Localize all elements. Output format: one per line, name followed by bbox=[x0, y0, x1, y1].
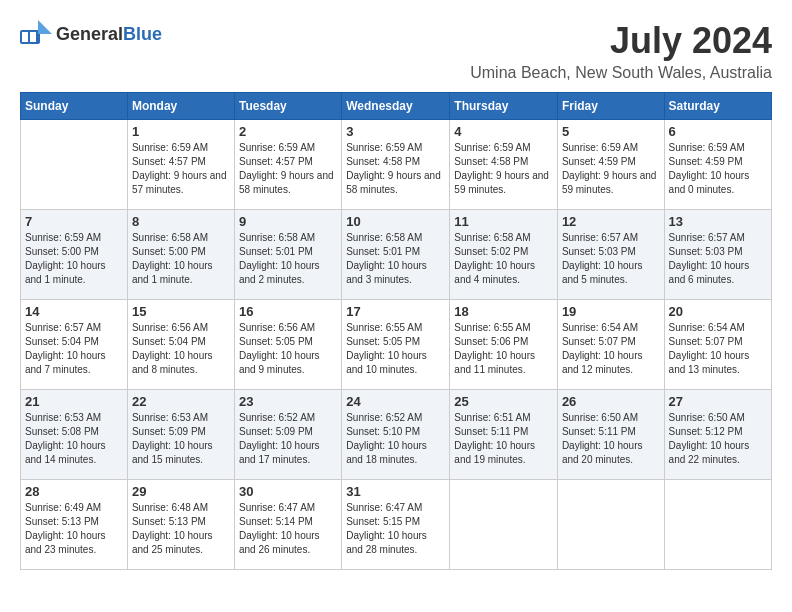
header-day-monday: Monday bbox=[127, 93, 234, 120]
day-number: 29 bbox=[132, 484, 230, 499]
logo-icon bbox=[20, 20, 52, 48]
calendar-cell: 31Sunrise: 6:47 AMSunset: 5:15 PMDayligh… bbox=[342, 480, 450, 570]
calendar-cell: 19Sunrise: 6:54 AMSunset: 5:07 PMDayligh… bbox=[557, 300, 664, 390]
calendar-cell: 26Sunrise: 6:50 AMSunset: 5:11 PMDayligh… bbox=[557, 390, 664, 480]
calendar-week-row: 28Sunrise: 6:49 AMSunset: 5:13 PMDayligh… bbox=[21, 480, 772, 570]
day-number: 11 bbox=[454, 214, 553, 229]
calendar-cell: 21Sunrise: 6:53 AMSunset: 5:08 PMDayligh… bbox=[21, 390, 128, 480]
calendar-cell bbox=[450, 480, 558, 570]
day-info: Sunrise: 6:52 AMSunset: 5:10 PMDaylight:… bbox=[346, 411, 445, 467]
day-info: Sunrise: 6:59 AMSunset: 4:57 PMDaylight:… bbox=[132, 141, 230, 197]
calendar-cell: 29Sunrise: 6:48 AMSunset: 5:13 PMDayligh… bbox=[127, 480, 234, 570]
month-year-title: July 2024 bbox=[470, 20, 772, 62]
day-info: Sunrise: 6:51 AMSunset: 5:11 PMDaylight:… bbox=[454, 411, 553, 467]
calendar-cell: 27Sunrise: 6:50 AMSunset: 5:12 PMDayligh… bbox=[664, 390, 771, 480]
day-number: 15 bbox=[132, 304, 230, 319]
day-number: 6 bbox=[669, 124, 767, 139]
calendar-cell: 20Sunrise: 6:54 AMSunset: 5:07 PMDayligh… bbox=[664, 300, 771, 390]
day-info: Sunrise: 6:58 AMSunset: 5:01 PMDaylight:… bbox=[346, 231, 445, 287]
day-number: 18 bbox=[454, 304, 553, 319]
day-number: 26 bbox=[562, 394, 660, 409]
day-number: 23 bbox=[239, 394, 337, 409]
day-info: Sunrise: 6:58 AMSunset: 5:02 PMDaylight:… bbox=[454, 231, 553, 287]
day-number: 13 bbox=[669, 214, 767, 229]
calendar-table: SundayMondayTuesdayWednesdayThursdayFrid… bbox=[20, 92, 772, 570]
calendar-cell: 10Sunrise: 6:58 AMSunset: 5:01 PMDayligh… bbox=[342, 210, 450, 300]
calendar-cell: 15Sunrise: 6:56 AMSunset: 5:04 PMDayligh… bbox=[127, 300, 234, 390]
day-number: 12 bbox=[562, 214, 660, 229]
day-info: Sunrise: 6:56 AMSunset: 5:04 PMDaylight:… bbox=[132, 321, 230, 377]
day-info: Sunrise: 6:57 AMSunset: 5:04 PMDaylight:… bbox=[25, 321, 123, 377]
header: General Blue July 2024 Umina Beach, New … bbox=[20, 20, 772, 82]
day-number: 28 bbox=[25, 484, 123, 499]
day-info: Sunrise: 6:59 AMSunset: 5:00 PMDaylight:… bbox=[25, 231, 123, 287]
day-number: 10 bbox=[346, 214, 445, 229]
day-info: Sunrise: 6:58 AMSunset: 5:01 PMDaylight:… bbox=[239, 231, 337, 287]
calendar-cell: 13Sunrise: 6:57 AMSunset: 5:03 PMDayligh… bbox=[664, 210, 771, 300]
calendar-cell: 7Sunrise: 6:59 AMSunset: 5:00 PMDaylight… bbox=[21, 210, 128, 300]
calendar-cell: 24Sunrise: 6:52 AMSunset: 5:10 PMDayligh… bbox=[342, 390, 450, 480]
day-info: Sunrise: 6:55 AMSunset: 5:05 PMDaylight:… bbox=[346, 321, 445, 377]
day-number: 3 bbox=[346, 124, 445, 139]
calendar-cell: 22Sunrise: 6:53 AMSunset: 5:09 PMDayligh… bbox=[127, 390, 234, 480]
day-number: 27 bbox=[669, 394, 767, 409]
svg-rect-3 bbox=[30, 32, 36, 42]
calendar-cell: 1Sunrise: 6:59 AMSunset: 4:57 PMDaylight… bbox=[127, 120, 234, 210]
calendar-cell: 28Sunrise: 6:49 AMSunset: 5:13 PMDayligh… bbox=[21, 480, 128, 570]
header-day-tuesday: Tuesday bbox=[235, 93, 342, 120]
day-info: Sunrise: 6:56 AMSunset: 5:05 PMDaylight:… bbox=[239, 321, 337, 377]
day-info: Sunrise: 6:49 AMSunset: 5:13 PMDaylight:… bbox=[25, 501, 123, 557]
calendar-cell: 14Sunrise: 6:57 AMSunset: 5:04 PMDayligh… bbox=[21, 300, 128, 390]
calendar-cell: 3Sunrise: 6:59 AMSunset: 4:58 PMDaylight… bbox=[342, 120, 450, 210]
calendar-cell bbox=[557, 480, 664, 570]
calendar-week-row: 7Sunrise: 6:59 AMSunset: 5:00 PMDaylight… bbox=[21, 210, 772, 300]
calendar-cell: 30Sunrise: 6:47 AMSunset: 5:14 PMDayligh… bbox=[235, 480, 342, 570]
day-info: Sunrise: 6:59 AMSunset: 4:59 PMDaylight:… bbox=[669, 141, 767, 197]
calendar-week-row: 14Sunrise: 6:57 AMSunset: 5:04 PMDayligh… bbox=[21, 300, 772, 390]
calendar-cell: 18Sunrise: 6:55 AMSunset: 5:06 PMDayligh… bbox=[450, 300, 558, 390]
calendar-cell: 5Sunrise: 6:59 AMSunset: 4:59 PMDaylight… bbox=[557, 120, 664, 210]
day-number: 30 bbox=[239, 484, 337, 499]
day-info: Sunrise: 6:59 AMSunset: 4:59 PMDaylight:… bbox=[562, 141, 660, 197]
calendar-week-row: 1Sunrise: 6:59 AMSunset: 4:57 PMDaylight… bbox=[21, 120, 772, 210]
header-day-sunday: Sunday bbox=[21, 93, 128, 120]
day-info: Sunrise: 6:53 AMSunset: 5:09 PMDaylight:… bbox=[132, 411, 230, 467]
day-info: Sunrise: 6:57 AMSunset: 5:03 PMDaylight:… bbox=[669, 231, 767, 287]
calendar-cell bbox=[664, 480, 771, 570]
day-number: 25 bbox=[454, 394, 553, 409]
day-info: Sunrise: 6:47 AMSunset: 5:15 PMDaylight:… bbox=[346, 501, 445, 557]
day-number: 21 bbox=[25, 394, 123, 409]
day-info: Sunrise: 6:58 AMSunset: 5:00 PMDaylight:… bbox=[132, 231, 230, 287]
day-number: 7 bbox=[25, 214, 123, 229]
header-day-saturday: Saturday bbox=[664, 93, 771, 120]
day-info: Sunrise: 6:54 AMSunset: 5:07 PMDaylight:… bbox=[669, 321, 767, 377]
day-number: 9 bbox=[239, 214, 337, 229]
header-day-friday: Friday bbox=[557, 93, 664, 120]
calendar-cell: 4Sunrise: 6:59 AMSunset: 4:58 PMDaylight… bbox=[450, 120, 558, 210]
svg-rect-2 bbox=[22, 32, 28, 42]
day-number: 16 bbox=[239, 304, 337, 319]
day-number: 5 bbox=[562, 124, 660, 139]
day-info: Sunrise: 6:53 AMSunset: 5:08 PMDaylight:… bbox=[25, 411, 123, 467]
calendar-cell: 8Sunrise: 6:58 AMSunset: 5:00 PMDaylight… bbox=[127, 210, 234, 300]
header-day-thursday: Thursday bbox=[450, 93, 558, 120]
day-info: Sunrise: 6:48 AMSunset: 5:13 PMDaylight:… bbox=[132, 501, 230, 557]
day-info: Sunrise: 6:57 AMSunset: 5:03 PMDaylight:… bbox=[562, 231, 660, 287]
day-number: 20 bbox=[669, 304, 767, 319]
day-number: 14 bbox=[25, 304, 123, 319]
day-info: Sunrise: 6:52 AMSunset: 5:09 PMDaylight:… bbox=[239, 411, 337, 467]
day-number: 24 bbox=[346, 394, 445, 409]
day-number: 1 bbox=[132, 124, 230, 139]
day-info: Sunrise: 6:59 AMSunset: 4:57 PMDaylight:… bbox=[239, 141, 337, 197]
day-number: 19 bbox=[562, 304, 660, 319]
calendar-cell bbox=[21, 120, 128, 210]
logo-blue: Blue bbox=[123, 24, 162, 45]
day-number: 22 bbox=[132, 394, 230, 409]
day-number: 8 bbox=[132, 214, 230, 229]
calendar-cell: 17Sunrise: 6:55 AMSunset: 5:05 PMDayligh… bbox=[342, 300, 450, 390]
calendar-cell: 12Sunrise: 6:57 AMSunset: 5:03 PMDayligh… bbox=[557, 210, 664, 300]
calendar-cell: 23Sunrise: 6:52 AMSunset: 5:09 PMDayligh… bbox=[235, 390, 342, 480]
day-number: 31 bbox=[346, 484, 445, 499]
day-info: Sunrise: 6:59 AMSunset: 4:58 PMDaylight:… bbox=[346, 141, 445, 197]
day-info: Sunrise: 6:54 AMSunset: 5:07 PMDaylight:… bbox=[562, 321, 660, 377]
